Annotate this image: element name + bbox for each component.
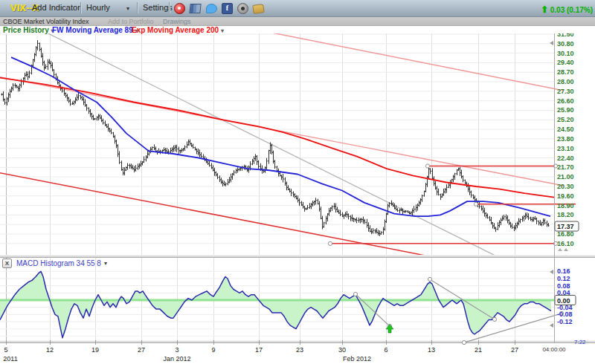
- pane-divider[interactable]: [0, 255, 595, 258]
- svg-text:12: 12: [46, 346, 54, 354]
- vertical-gridlines: [7, 33, 515, 340]
- svg-text:23: 23: [296, 346, 303, 354]
- add-to-portfolio-link[interactable]: Add to Portfolio: [108, 18, 154, 25]
- svg-text:21.70: 21.70: [557, 163, 574, 171]
- svg-text:04:00:00: 04:00:00: [542, 346, 566, 353]
- axes: [7, 33, 555, 345]
- add-indicator-menu[interactable]: Add Indicator: [32, 3, 80, 12]
- macd-gray-line-1[interactable]: [353, 292, 391, 328]
- cursor-time-label: 7:22: [574, 339, 586, 345]
- price-axis-labels: 31.5030.8030.1029.4028.7028.0027.3026.60…: [557, 30, 574, 247]
- facebook-letter: f: [226, 4, 228, 12]
- twitter-icon[interactable]: [206, 4, 217, 13]
- interval-dropdown[interactable]: Hourly: [86, 3, 110, 12]
- price-gridlines: [0, 34, 554, 244]
- svg-text:22.40: 22.40: [557, 155, 574, 162]
- toolbar-separator: [80, 2, 81, 13]
- line-handle[interactable]: [474, 202, 477, 206]
- svg-text:Jan 2012: Jan 2012: [163, 355, 190, 363]
- drawings-menu[interactable]: Drawings: [163, 18, 191, 25]
- svg-text:23.10: 23.10: [557, 145, 574, 152]
- svg-text:28.00: 28.00: [557, 78, 574, 85]
- svg-text:17: 17: [255, 346, 263, 354]
- svg-text:6: 6: [384, 346, 387, 354]
- change-value: 0.03 (0.17%): [550, 6, 593, 14]
- macd-indicator-label[interactable]: MACD Histogram 34 55 8: [16, 259, 101, 267]
- svg-text:27.30: 27.30: [557, 88, 574, 95]
- svg-text:21.00: 21.00: [557, 173, 574, 181]
- svg-text:0.12: 0.12: [557, 275, 570, 282]
- svg-text:20.30: 20.30: [557, 183, 574, 190]
- svg-text:23.80: 23.80: [557, 135, 574, 143]
- folder-icon[interactable]: [252, 4, 265, 14]
- svg-text:0.00: 0.00: [557, 297, 570, 305]
- buy-signal-arrow-icon[interactable]: [386, 325, 393, 333]
- toolbar-separator: [137, 2, 138, 13]
- legend-ma89[interactable]: FW Moving Average 89 ▾: [52, 26, 138, 34]
- line-handle[interactable]: [425, 164, 429, 168]
- svg-text:9: 9: [211, 346, 215, 354]
- current-price-box: 17.37: [555, 221, 579, 231]
- line-handle[interactable]: [353, 292, 357, 296]
- instrument-subbar: CBOE Market Volatility Index Add to Port…: [0, 17, 595, 26]
- svg-text:19: 19: [91, 346, 99, 354]
- pane-divider[interactable]: [0, 340, 595, 343]
- chevron-down-icon[interactable]: ▾: [221, 27, 224, 34]
- legend-ema200[interactable]: Exp Moving Average 200 ▾: [132, 26, 224, 34]
- svg-text:30.10: 30.10: [557, 50, 574, 57]
- svg-text:16.10: 16.10: [557, 240, 574, 247]
- svg-text:0.16: 0.16: [557, 267, 570, 275]
- svg-text:2011: 2011: [3, 355, 17, 363]
- line-handle[interactable]: [328, 241, 332, 245]
- portfolio-icon[interactable]: [189, 4, 201, 13]
- x-axis-labels: 51219273917233061321272011Jan 2012Feb 20…: [3, 346, 566, 363]
- svg-text:28.70: 28.70: [557, 68, 574, 76]
- svg-text:25.20: 25.20: [557, 116, 574, 123]
- svg-text:13: 13: [428, 346, 435, 354]
- svg-text:29.40: 29.40: [557, 59, 574, 66]
- svg-text:3: 3: [175, 346, 178, 354]
- svg-text:19.60: 19.60: [557, 192, 574, 200]
- up-arrow-icon: ⬆: [541, 4, 548, 15]
- legend-price-history[interactable]: Price History ▾: [3, 26, 54, 34]
- main-toolbar: VIX--X Add Indicator Hourly ▾ Settings f…: [0, 0, 595, 17]
- svg-text:24.50: 24.50: [557, 126, 574, 133]
- price-change-badge: ⬆ 0.03 (0.17%): [541, 4, 593, 15]
- charting-app-window: 31.5030.8030.1029.4028.7028.0027.3026.60…: [0, 0, 595, 364]
- svg-text:27: 27: [138, 346, 145, 354]
- line-handle[interactable]: [428, 277, 431, 281]
- svg-text:17.37: 17.37: [557, 223, 574, 230]
- svg-text:27: 27: [511, 346, 518, 354]
- svg-text:0.08: 0.08: [557, 282, 570, 290]
- svg-text:30.80: 30.80: [557, 40, 574, 48]
- macd-zero-box: 0.00: [555, 296, 576, 305]
- chevron-down-icon[interactable]: ▾: [104, 260, 107, 267]
- instrument-name: CBOE Market Volatility Index: [3, 18, 89, 25]
- ema200-line: [0, 78, 554, 198]
- svg-text:26.60: 26.60: [557, 97, 574, 105]
- svg-text:-0.12: -0.12: [557, 318, 573, 325]
- line-handle[interactable]: [492, 317, 496, 321]
- svg-text:25.90: 25.90: [557, 106, 574, 114]
- svg-text:-0.08: -0.08: [557, 311, 573, 318]
- chevron-down-icon[interactable]: ▾: [126, 5, 129, 12]
- svg-text:18.90: 18.90: [557, 202, 574, 209]
- horizontal-support-line[interactable]: [328, 241, 557, 245]
- snapshot-icon[interactable]: [237, 3, 248, 14]
- alerts-icon[interactable]: [174, 3, 185, 14]
- settings-menu[interactable]: Settings: [143, 3, 173, 12]
- svg-text:Feb 2012: Feb 2012: [343, 355, 371, 363]
- macd-zero-line: [0, 299, 554, 302]
- svg-text:21: 21: [475, 346, 482, 354]
- svg-text:30: 30: [338, 346, 346, 354]
- legend-bar: Price History ▾ FW Moving Average 89 ▾ E…: [0, 26, 595, 33]
- chart-canvas[interactable]: 31.5030.8030.1029.4028.7028.0027.3026.60…: [0, 0, 595, 364]
- line-handle[interactable]: [462, 341, 466, 345]
- candlestick-series: [1, 40, 549, 236]
- svg-text:5: 5: [4, 346, 7, 354]
- facebook-icon[interactable]: f: [222, 3, 233, 14]
- gray-trendline[interactable]: [48, 33, 497, 256]
- macd-close-button[interactable]: X: [2, 259, 12, 268]
- toolbar-separator: [169, 2, 170, 13]
- macd-pane-header: X MACD Histogram 34 55 8 ▾: [2, 259, 107, 268]
